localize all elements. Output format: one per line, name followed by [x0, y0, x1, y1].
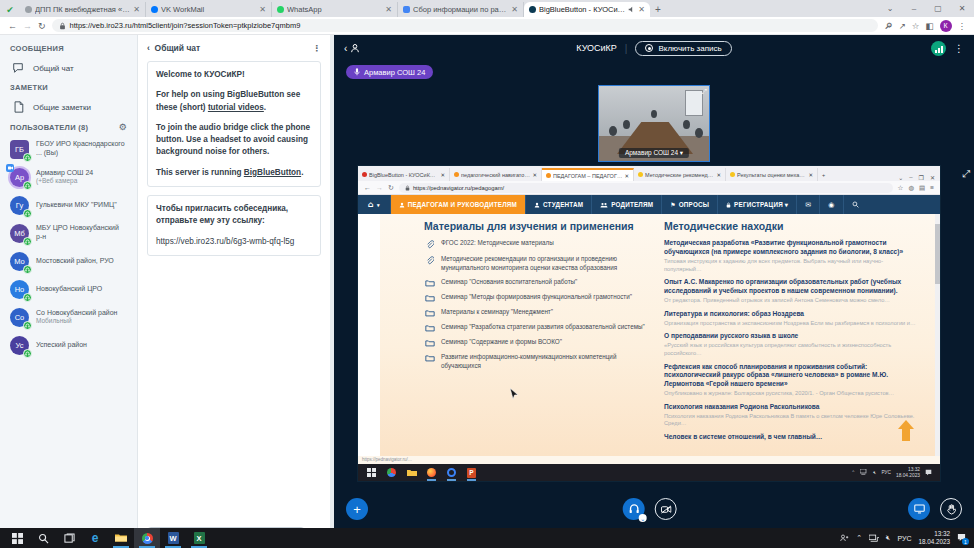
shared-tab-4: Методические рекомендаци…✕ [634, 168, 726, 181]
headset-badge-icon [23, 153, 32, 162]
browser-tab-4[interactable]: Сбор информации по работе с ✕ [398, 2, 524, 17]
material-link: Семинар "Основания воспитательной работы… [424, 278, 652, 287]
start-recording-button[interactable]: Включить запись [635, 41, 731, 56]
headset-badge-icon [23, 293, 32, 302]
tab-close-icon[interactable]: ✕ [259, 5, 266, 14]
tab-close-icon[interactable]: ✕ [638, 5, 645, 14]
user-list-item[interactable]: Со Со Новокубанский районМобильный [0, 303, 137, 331]
user-list-item[interactable]: Гу Гулькевичи МКУ "РИМЦ" [0, 191, 137, 219]
invite-link[interactable]: https://veb.iro23.ru/b/6g3-wmb-qfq-l5g [156, 236, 312, 248]
bigbluebutton-link[interactable]: BigBlueButton [244, 168, 301, 177]
address-bar[interactable]: https://veb.iro23.ru/html5client/join?se… [52, 19, 879, 32]
user-list-item[interactable]: Ар Армавир СОШ 24(+Веб камера [0, 163, 137, 191]
leave-audio-button[interactable]: ⌄ [623, 498, 645, 520]
chrome-icon[interactable] [134, 528, 160, 548]
webcam-video[interactable]: ⤢ Армавир СОШ 24 ▾ [598, 85, 710, 162]
folder-icon [424, 293, 435, 302]
shared-tab-active: ПЕДАГОГАМ – ПЕДАГОГИЧ…✕ [542, 168, 634, 181]
browser-tab-1[interactable]: ДПП ПК внебюджетная «Упра… ✕ [20, 2, 146, 17]
folder-icon [424, 308, 435, 317]
user-list-item[interactable]: Но Новокубанский ЦРО [0, 275, 137, 303]
action-center-icon[interactable]: 1 [957, 533, 966, 543]
user-list-item[interactable]: Ус Успеский район [0, 331, 137, 359]
browser-tab-3[interactable]: WhatsApp ✕ [272, 2, 398, 17]
edge-icon[interactable]: e [82, 528, 108, 548]
site-telegram-icon: ◉ [820, 195, 843, 214]
avatar: Ар [10, 168, 29, 187]
volume-muted-icon[interactable]: 🔇︎ [886, 534, 890, 542]
user-list-item[interactable]: Мо Мостовский район, РУО [0, 247, 137, 275]
article-item: Литература и психология: образ Ноздрева … [664, 310, 916, 328]
excel-icon[interactable]: X [186, 528, 212, 548]
sidebar-item-shared-notes[interactable]: Общие заметки [0, 95, 137, 119]
stop-screenshare-button[interactable] [908, 498, 930, 520]
pinned-extension-icon[interactable]: ✔ [0, 2, 20, 17]
user-list-item[interactable]: ГБ ГБОУ ИРО Краснодарского ... (Вы) [0, 135, 137, 163]
share-webcam-button[interactable] [655, 498, 677, 520]
sidebar-item-public-chat[interactable]: Общий чат [0, 56, 137, 80]
network-icon[interactable] [869, 534, 879, 543]
forward-button[interactable]: → [23, 21, 32, 31]
windows-taskbar: e W X ⌃ 🔇︎ РУС 13:32 18.04.2023 1 [0, 528, 974, 548]
article-item: Человек в системе отношений, в чем главн… [664, 433, 916, 442]
new-tab-button[interactable]: + [650, 2, 666, 17]
window-minimize-button[interactable]: – [902, 4, 926, 13]
tab-label: ДПП ПК внебюджетная «Упра… [35, 5, 130, 14]
webcam-mini-icon [6, 164, 14, 172]
meeting-title: КУОСиКР [576, 43, 617, 53]
avatar: ГБ [10, 140, 29, 159]
presentation-fullscreen-icon[interactable]: ⤢ [962, 168, 970, 180]
taskbar-clock[interactable]: 13:32 18.04.2023 [918, 530, 950, 546]
article-item: Психология наказания Родиона Раскольнико… [664, 403, 916, 428]
webcam-label[interactable]: Армавир СОШ 24 ▾ [619, 148, 689, 158]
file-explorer-icon[interactable] [108, 528, 134, 548]
side-panel-icon[interactable]: ◧ [925, 21, 933, 31]
tab-close-icon[interactable]: ✕ [511, 5, 518, 14]
chat-options-icon[interactable]: ⋮ [313, 43, 322, 53]
tutorial-videos-link[interactable]: tutorial videos [208, 103, 264, 112]
tab-close-icon[interactable]: ✕ [385, 5, 392, 14]
paperclip-icon [424, 239, 435, 249]
word-icon[interactable]: W [160, 528, 186, 548]
user-list-item[interactable]: Мб МБУ ЦРО Новокубанский р-н [0, 219, 137, 247]
browser-menu-icon[interactable]: ⋮ [958, 21, 967, 31]
chat-panel: ‹ Общий чат ⋮ Welcome to КУОСиКР! For he… [138, 35, 334, 528]
material-link: Семинар "Содержание и формы ВСОКО" [424, 338, 652, 347]
tab-search-icon[interactable]: ⌄ [878, 4, 902, 13]
refresh-button[interactable]: ↻ [38, 21, 46, 31]
shared-taskbar: P ⌃ 🔇︎ РУС 13:3218.04.2023 [358, 464, 940, 481]
microphone-icon [354, 68, 360, 76]
material-link: Семинар "Методы формирования функциональ… [424, 293, 652, 302]
actions-plus-button[interactable]: + [346, 498, 368, 520]
tray-expand-icon[interactable]: ⌃ [856, 534, 862, 542]
users-header: ПОЛЬЗОВАТЕЛИ (8) [10, 123, 88, 132]
headset-badge-icon [23, 349, 32, 358]
start-button[interactable] [4, 528, 30, 548]
webcam-fullscreen-icon[interactable]: ⤢ [701, 88, 707, 96]
manage-users-gear-icon[interactable]: ⚙ [119, 122, 127, 132]
back-button[interactable]: ← [8, 21, 17, 31]
audio-options-caret[interactable]: ⌄ [639, 514, 647, 522]
people-icon[interactable] [840, 534, 849, 543]
raise-hand-button[interactable] [940, 498, 962, 520]
talker-indicator-badge[interactable]: Армавир СОШ 24 [346, 65, 433, 79]
bookmark-star-icon[interactable]: ☆ [912, 21, 920, 31]
tab-audio-icon[interactable] [628, 6, 635, 13]
shared-url-text: https://pednavigator.ru/pedagogam/ [413, 185, 504, 191]
browser-tab-active-bigbluebutton[interactable]: BigBlueButton - КУОСиКР ✕ [524, 2, 650, 17]
browser-profile-avatar[interactable]: К [940, 20, 952, 32]
share-icon[interactable]: ↗ [899, 21, 906, 31]
window-maximize-button[interactable]: ▢ [926, 4, 950, 13]
window-close-button[interactable]: ✕ [950, 4, 974, 13]
tab-close-icon[interactable]: ✕ [133, 5, 140, 14]
browser-tab-2[interactable]: VK WorkMail ✕ [146, 2, 272, 17]
chat-back-button[interactable]: ‹ Общий чат [147, 43, 200, 53]
shared-opera-icon [446, 467, 457, 478]
zoom-icon[interactable]: 🔎︎ [884, 21, 893, 31]
task-view-icon[interactable] [56, 528, 82, 548]
article-item: Методическая разработка «Развитие функци… [664, 239, 916, 273]
language-indicator[interactable]: РУС [897, 535, 911, 542]
avatar: Ус [10, 336, 29, 355]
headset-badge-icon [23, 181, 32, 190]
taskbar-search-icon[interactable] [30, 528, 56, 548]
